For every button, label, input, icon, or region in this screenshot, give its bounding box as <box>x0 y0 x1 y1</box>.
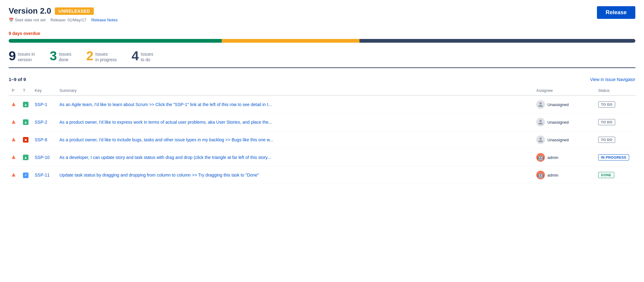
start-date-item: 📅 Start date not set <box>9 18 46 22</box>
table-row: ■SSP-8As a product owner, I'd like to in… <box>9 131 635 149</box>
progress-bar <box>9 39 635 43</box>
version-title: Version 2.0 <box>9 6 51 16</box>
assignee-info: Unassigned <box>536 100 592 109</box>
col-type: T <box>20 86 32 96</box>
table-row: ▲SSP-1As an Agile team, I'd like to lear… <box>9 96 635 113</box>
overdue-section: 9 days overdue <box>9 31 635 43</box>
assignee-name: Unassigned <box>547 138 569 142</box>
col-assignee: Assignee <box>533 86 595 96</box>
key-cell: SSP-8 <box>32 131 56 149</box>
progress-inprogress-segment <box>222 39 359 43</box>
meta-row: 📅 Start date not set Release: 01/May/17 … <box>9 18 118 22</box>
type-cell: ▲ <box>20 113 32 131</box>
issue-key-link[interactable]: SSP-1 <box>35 102 47 107</box>
assignee-name: Unassigned <box>547 102 569 107</box>
header-left: Version 2.0 UNRELEASED 📅 Start date not … <box>9 6 118 22</box>
unassigned-avatar <box>536 135 545 144</box>
status-cell: TO DO <box>595 96 635 113</box>
key-cell: SSP-10 <box>32 149 56 166</box>
status-cell: TO DO <box>595 113 635 131</box>
admin-avatar: 🤖 <box>536 171 545 179</box>
issue-summary-link[interactable]: As a product owner, I'd like to include … <box>59 137 273 142</box>
priority-cell <box>9 96 20 113</box>
type-story-icon: ▲ <box>23 102 28 107</box>
status-badge[interactable]: DONE <box>598 172 614 178</box>
type-cell: ▲ <box>20 149 32 166</box>
issue-key-link[interactable]: SSP-8 <box>35 137 47 142</box>
release-date-text: Release: 01/May/17 <box>50 18 86 22</box>
stat-inprogress-label: Issuesin progress <box>95 49 117 62</box>
status-cell: DONE <box>595 166 635 184</box>
stat-total[interactable]: 9 Issues inversion <box>9 49 35 62</box>
unassigned-avatar <box>536 118 545 126</box>
stat-todo-label: Issuesto do <box>141 49 153 62</box>
col-summary: Summary <box>56 86 533 96</box>
table-header-row: P T Key Summary Assignee Status <box>9 86 635 96</box>
summary-cell: As an Agile team, I'd like to learn abou… <box>56 96 533 113</box>
summary-cell: As a developer, I can update story and t… <box>56 149 533 166</box>
issue-summary-link[interactable]: As a developer, I can update story and t… <box>59 155 271 160</box>
page-container: Version 2.0 UNRELEASED 📅 Start date not … <box>0 0 644 190</box>
status-badge[interactable]: TO DO <box>598 119 615 125</box>
stat-todo-number: 4 <box>132 49 139 62</box>
issues-table: P T Key Summary Assignee Status ▲SSP-1As… <box>9 86 635 184</box>
unassigned-avatar <box>536 100 545 109</box>
status-badge[interactable]: TO DO <box>598 101 615 108</box>
priority-arrow-up-icon <box>12 102 15 106</box>
stat-done-number: 3 <box>50 49 57 62</box>
assignee-cell: 🤖admin <box>533 166 595 184</box>
assignee-cell: 🤖admin <box>533 149 595 166</box>
assignee-name: admin <box>547 173 558 177</box>
view-navigator-link[interactable]: View in Issue Navigator <box>590 77 635 82</box>
issue-summary-link[interactable]: Update task status by dragging and dropp… <box>59 173 259 177</box>
stat-done-label: Issuesdone <box>59 49 71 62</box>
type-cell: ■ <box>20 131 32 149</box>
stat-inprogress-number: 2 <box>86 49 93 62</box>
type-task-icon: ✓ <box>23 173 28 178</box>
table-row: ✓SSP-11Update task status by dragging an… <box>9 166 635 184</box>
col-priority: P <box>9 86 20 96</box>
assignee-info: 🤖admin <box>536 153 592 162</box>
release-button[interactable]: Release <box>597 6 635 19</box>
col-status: Status <box>595 86 635 96</box>
key-cell: SSP-11 <box>32 166 56 184</box>
title-row: Version 2.0 UNRELEASED <box>9 6 118 16</box>
release-notes-link[interactable]: Release Notes <box>91 18 118 22</box>
issue-summary-link[interactable]: As an Agile team, I'd like to learn abou… <box>59 102 272 107</box>
stat-todo[interactable]: 4 Issuesto do <box>132 49 153 62</box>
stat-inprogress[interactable]: 2 Issuesin progress <box>86 49 117 62</box>
issue-key-link[interactable]: SSP-11 <box>35 173 50 177</box>
assignee-name: Unassigned <box>547 120 569 125</box>
assignee-info: 🤖admin <box>536 171 592 179</box>
priority-arrow-up-icon <box>12 120 15 124</box>
col-key: Key <box>32 86 56 96</box>
summary-cell: As a product owner, I'd like to include … <box>56 131 533 149</box>
calendar-icon: 📅 <box>9 18 14 22</box>
type-cell: ▲ <box>20 96 32 113</box>
stat-total-label: Issues inversion <box>18 49 35 62</box>
status-badge[interactable]: IN PROGRESS <box>598 154 629 160</box>
status-cell: TO DO <box>595 131 635 149</box>
progress-done-segment <box>9 39 222 43</box>
stat-done[interactable]: 3 Issuesdone <box>50 49 72 62</box>
summary-cell: As a product owner, I'd like to express … <box>56 113 533 131</box>
type-bug-icon: ■ <box>23 137 28 143</box>
key-cell: SSP-1 <box>32 96 56 113</box>
issue-summary-link[interactable]: As a product owner, I'd like to express … <box>59 120 272 125</box>
type-story-icon: ▲ <box>23 155 28 160</box>
issue-key-link[interactable]: SSP-2 <box>35 120 47 125</box>
start-date-text: Start date not set <box>15 18 46 22</box>
issue-key-link[interactable]: SSP-10 <box>35 155 50 160</box>
priority-cell <box>9 149 20 166</box>
progress-todo-segment <box>359 39 635 43</box>
overdue-text: 9 days overdue <box>9 31 635 36</box>
stats-row: 9 Issues inversion 3 Issuesdone 2 Issues… <box>9 49 635 68</box>
summary-cell: Update task status by dragging and dropp… <box>56 166 533 184</box>
status-badge[interactable]: TO DO <box>598 137 615 143</box>
assignee-cell: Unassigned <box>533 113 595 131</box>
type-story-icon: ▲ <box>23 119 28 125</box>
type-cell: ✓ <box>20 166 32 184</box>
assignee-cell: Unassigned <box>533 131 595 149</box>
assignee-name: admin <box>547 155 558 160</box>
priority-cell <box>9 166 20 184</box>
